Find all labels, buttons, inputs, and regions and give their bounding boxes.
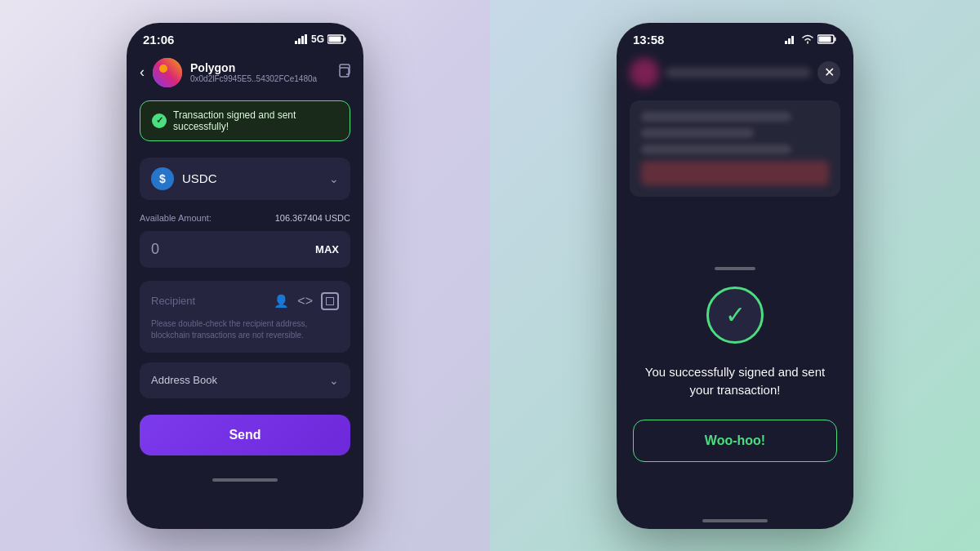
blurred-avatar — [630, 58, 659, 87]
success-message: You successfully signed and sent your tr… — [633, 363, 837, 400]
wallet-info: Polygon 0x0d2lFc9945E5..54302FCe1480a — [190, 61, 327, 83]
wallet-avatar — [153, 58, 182, 87]
blurred-header: ✕ — [617, 51, 853, 94]
home-indicator-right — [617, 519, 853, 529]
token-name: USDC — [182, 171, 321, 185]
toast-message: Transaction signed and sent successfully… — [173, 109, 338, 132]
copy-icon — [336, 64, 350, 78]
success-toast: ✓ Transaction signed and sent successful… — [140, 100, 350, 141]
svg-rect-13 — [819, 37, 831, 42]
main-content: $ USDC ⌄ Available Amount: 106.367404 US… — [127, 148, 363, 478]
address-book-label: Address Book — [151, 374, 217, 386]
svg-rect-1 — [298, 38, 301, 44]
blurred-row-3 — [641, 144, 791, 154]
token-chevron-icon: ⌄ — [329, 172, 339, 185]
blurred-row-2 — [641, 128, 754, 138]
copy-button[interactable] — [336, 64, 350, 82]
recipient-row: Recipient 👤 <> — [151, 292, 339, 310]
header-bar: ‹ Polygon 0x0d2lFc9945E5..54302FCe1480a — [127, 51, 363, 94]
home-indicator — [127, 478, 363, 488]
recipient-icons: 👤 <> — [274, 292, 339, 310]
left-phone: 21:06 5G ‹ — [127, 23, 363, 529]
toast-check-icon: ✓ — [152, 113, 167, 128]
success-area: ✓ You successfully signed and sent your … — [617, 203, 853, 519]
time-left: 21:06 — [143, 33, 174, 47]
send-button[interactable]: Send — [140, 415, 350, 455]
contact-icon[interactable]: 👤 — [274, 294, 289, 309]
status-bar-right: 13:58 — [617, 23, 853, 51]
address-book-chevron-icon: ⌄ — [329, 374, 339, 387]
back-button[interactable]: ‹ — [140, 64, 145, 81]
svg-rect-8 — [785, 41, 787, 44]
signal-icon — [295, 34, 308, 44]
time-right: 13:58 — [633, 33, 664, 47]
signal-icon-right — [785, 34, 798, 44]
warning-text: Please double-check the recipient addres… — [151, 318, 339, 341]
amount-input[interactable]: 0 — [151, 241, 159, 258]
svg-rect-9 — [788, 38, 791, 44]
success-circle: ✓ — [706, 287, 764, 344]
wallet-address: 0x0d2lFc9945E5..54302FCe1480a — [190, 74, 327, 83]
amount-input-row: 0 MAX — [140, 231, 350, 268]
wallet-name: Polygon — [190, 61, 327, 74]
success-check-icon: ✓ — [725, 303, 746, 327]
token-selector[interactable]: $ USDC ⌄ — [140, 158, 350, 200]
svg-rect-7 — [340, 68, 349, 77]
address-book-dropdown[interactable]: Address Book ⌄ — [140, 362, 350, 398]
drag-indicator — [715, 267, 755, 270]
recipient-section: Recipient 👤 <> Please double-check the r… — [140, 281, 350, 353]
status-icons-right — [785, 34, 837, 44]
max-button[interactable]: MAX — [315, 243, 339, 256]
battery-icon — [327, 34, 347, 44]
svg-rect-2 — [301, 36, 304, 44]
svg-rect-3 — [305, 34, 307, 44]
svg-rect-10 — [791, 36, 794, 44]
network-label: 5G — [311, 33, 324, 45]
blurred-section-1 — [630, 100, 840, 197]
right-phone: 13:58 — [617, 23, 853, 529]
available-label: Available Amount: — [140, 213, 212, 223]
recipient-placeholder[interactable]: Recipient — [151, 295, 195, 307]
token-icon: $ — [151, 167, 174, 190]
woo-hoo-button[interactable]: Woo-hoo! — [633, 420, 837, 462]
blurred-row-1 — [641, 112, 791, 122]
status-bar-left: 21:06 5G — [127, 23, 363, 51]
wifi-icon — [801, 34, 814, 44]
svg-rect-5 — [345, 38, 346, 42]
close-button[interactable]: ✕ — [817, 61, 840, 84]
paste-icon[interactable]: <> — [297, 294, 313, 309]
battery-icon-right — [817, 34, 837, 44]
status-icons-left: 5G — [295, 33, 347, 45]
available-row: Available Amount: 106.367404 USDC — [140, 213, 350, 223]
svg-rect-0 — [295, 41, 297, 44]
blurred-amount — [641, 161, 829, 185]
svg-rect-12 — [835, 38, 836, 42]
svg-rect-6 — [329, 37, 341, 42]
available-value: 106.367404 USDC — [275, 213, 350, 223]
scan-qr-icon[interactable] — [321, 292, 339, 310]
blurred-wallet-text — [666, 68, 811, 78]
